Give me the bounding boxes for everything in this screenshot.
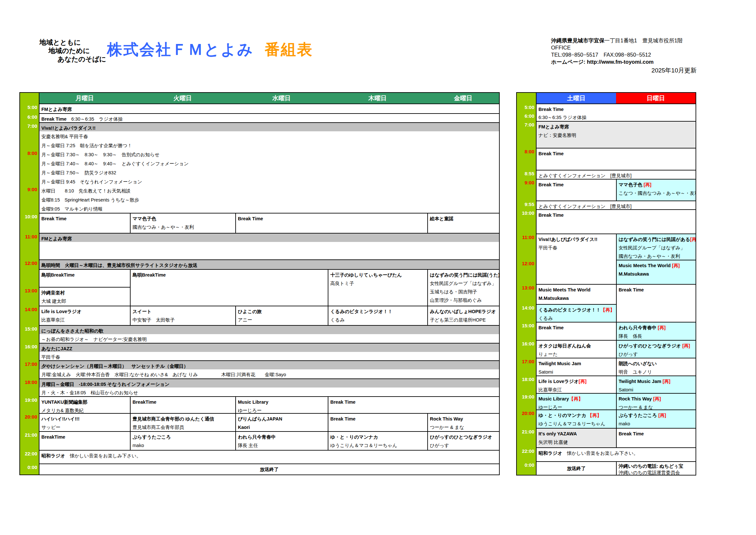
program-text-line: FMとよみ寄席 <box>538 123 694 130</box>
program-cell <box>536 139 695 148</box>
program-text-line: 山里理沙・与那嶺めぐみ <box>430 296 497 304</box>
program-text-line: ゆーじろー <box>538 403 614 409</box>
program-cell: 月～金曜日 7:25 朝を活かす企業が勝つ！ <box>40 140 499 150</box>
program-text-line: Satomi <box>619 385 694 393</box>
program-text-line: ～お昼の昭和ラジオ～ ナビゲーター:安慶名雅明 <box>41 335 497 343</box>
program-text-line: 豊見城市商工会青年部員 <box>132 423 233 431</box>
program-cell: 沖縄音楽村大城 建太郎 <box>40 287 130 306</box>
program-text-line: BreakTime <box>132 398 233 406</box>
program-cell: ママ色子色國吉なつみ・あ～や～・友利 <box>130 213 235 233</box>
updated-date: 2025年10月更新 <box>551 67 696 74</box>
program-text-line: ひよこの旅 <box>238 307 326 316</box>
program-cell: ゆ・と・りのマンナカ 【再】ゆうこりん＆マコ＆リーちゃん <box>536 409 616 428</box>
program-cell: 月～金曜日 9:45 そなうれインフォメーション <box>40 177 499 186</box>
program-cell: 金曜9:05 マルキン釣り情報 <box>40 204 499 213</box>
program-cell: スイート中安智子 太田敬子 <box>130 306 235 325</box>
program-text-line: 島唄BreakTime <box>132 271 326 279</box>
time-label <box>20 387 40 396</box>
program-text-line: M.Matsukawa <box>619 270 694 278</box>
homepage-line: ホームページ: http://www.fm-toyomi.com <box>551 58 696 65</box>
day-header: 土曜日 <box>536 93 616 103</box>
program-cell: Break Time <box>40 213 130 233</box>
program-cell: FMとよみ寄席 <box>40 103 499 113</box>
time-label: 9:00 <box>517 179 536 201</box>
program-text-line: 月～金曜日 7:40～ 8:40～ 9:40～ とみぐすくインフォメーション <box>41 159 497 168</box>
program-text-line: 島唄時間 火曜日～木曜日は、豊見城市役所サテライトスタジオから放送 <box>41 261 497 269</box>
program-text-line: Break Time <box>619 430 694 438</box>
program-cell: Music Library【再】ゆーじろー <box>536 393 616 409</box>
program-text-line: スイート <box>132 307 233 316</box>
program-text-line: Break Time <box>330 415 425 423</box>
program-cell: Music Meets The WorldM.Matsukawa <box>536 284 616 304</box>
time-label: 11:00 <box>20 233 40 242</box>
program-text-line: mako <box>132 441 233 450</box>
program-cell: Break Time <box>616 428 695 447</box>
program-cell: とみぐすくインフォメーション [豊見城市] <box>536 170 695 179</box>
program-cell: ぷらすうたごころmako <box>130 431 235 450</box>
program-cell <box>536 157 695 170</box>
time-label: 10:00 <box>517 209 536 234</box>
program-text-line: Break Time 6:30～6:35 ラジオ体操 <box>41 115 497 122</box>
program-cell: 昭和ラジオ 懐かしい音楽をお楽しみ下さい。 <box>40 450 499 464</box>
program-cell: Viva!!あしびばパラダイス!!平田千春 <box>536 234 616 284</box>
program-cell: とみぐすくインフォメーション [豊見城市] <box>536 201 695 209</box>
program-cell: 月～金曜日 7:40～ 8:40～ 9:40～ とみぐすくインフォメーション <box>40 158 499 168</box>
time-label: 21:00 <box>20 431 40 450</box>
program-text-line: 月～金曜日 9:45 そなうれインフォメーション <box>41 178 497 186</box>
time-label: 9:00 <box>20 186 40 195</box>
page-title: 株式会社ＦＭとよみ番組表 <box>19 40 401 60</box>
day-header: 日曜日 <box>616 93 695 103</box>
time-label: 10:00 <box>20 213 40 233</box>
address-line: 沖縄県豊見城市字宜保一丁目1番地1 豊見城市役所1階OFFICE <box>551 37 696 51</box>
program-text-line: Break Time <box>538 211 694 219</box>
program-text-line: つーかー & まな <box>619 403 694 409</box>
program-text-line: くるみのビタミンラジオ！！ <box>330 307 425 316</box>
program-text-line: YUNTAKU新聞編集部 <box>41 398 128 406</box>
program-cell: 6:30～6:35 ラジオ体操 <box>536 112 695 121</box>
program-cell: 昭和ラジオ 懐かしい音楽をお楽しみ下さい。 <box>536 447 695 461</box>
program-text-line: りょーた <box>538 350 614 358</box>
program-text-line: 6:30～6:35 ラジオ体操 <box>538 113 694 121</box>
time-label <box>20 131 40 140</box>
program-text-line: Break Time <box>41 214 128 223</box>
company-name: 株式会社ＦＭとよみ <box>107 41 254 58</box>
program-text-line: Viva!!あしびばパラダイス!! <box>538 235 614 243</box>
day-header: 金曜日 <box>427 93 499 103</box>
time-label: 12:00 <box>517 260 536 284</box>
program-text-line: 女性民謡グループ「はなずみ」 <box>619 243 694 252</box>
time-label: 15:00 <box>20 325 40 334</box>
program-cell: FMとよみ寄席 <box>536 121 695 130</box>
program-text-line: 沖縄いのちの電話: ぬちどぅ宝 <box>619 463 694 469</box>
program-text-line: 明音 ユキノリ <box>619 368 694 376</box>
program-text-line: くるみのビタミンラジオ！！【再】 <box>538 306 614 314</box>
time-label <box>20 195 40 204</box>
program-cell: 朗読へのいざない明音 ユキノリ <box>616 358 695 376</box>
program-text-line: ひがっすのひとつなぎラジオ [再] <box>619 342 694 350</box>
time-label <box>20 158 40 168</box>
time-label: 8:55 <box>517 170 536 179</box>
program-text-line: ひがっす <box>430 441 497 450</box>
program-cell: 夕やけシャンシャン（月曜日～木曜日） サンセットチル（金曜日） <box>40 360 499 369</box>
program-text-line: 平田千春 <box>538 243 614 252</box>
program-cell: Break Time <box>536 103 695 112</box>
time-label: 15:00 <box>517 322 536 340</box>
program-text-line: Twilight Music Jam [再] <box>619 377 694 385</box>
program-cell: みんなのいばしょHOPEラジオ子ども第三の居場所HOPE <box>427 306 499 325</box>
program-cell: われら只今青春中隊長 主任 <box>235 431 328 450</box>
time-label: 8:00 <box>517 148 536 157</box>
program-text-line: つーかー & まな <box>430 423 497 431</box>
time-label: 19:00 <box>20 396 40 413</box>
day-header: 木曜日 <box>328 93 427 103</box>
program-text-line: 月・火・木・金18:05 桜山荘からのお知らせ <box>41 388 497 396</box>
time-label <box>20 334 40 343</box>
program-text-line: 月～金曜日 7:30～ 8:30～ 9:30～ 告別式のお知らせ <box>41 151 497 158</box>
program-text-line: Rock This Way <box>430 415 497 423</box>
time-label: 6:00 <box>20 113 40 122</box>
time-label: 6:00 <box>517 112 536 121</box>
time-label: 18:00 <box>517 376 536 393</box>
program-text-line: Break Time <box>238 214 425 223</box>
time-label: 5:00 <box>20 103 40 113</box>
time-label <box>20 168 40 177</box>
program-text-line: Break Time <box>538 105 694 112</box>
time-label <box>517 157 536 170</box>
